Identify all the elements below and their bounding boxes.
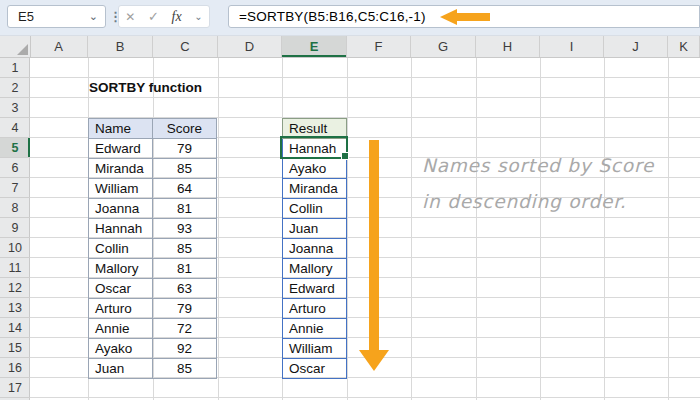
- score-cell[interactable]: 85: [153, 159, 217, 179]
- result-cell[interactable]: Joanna: [283, 239, 347, 259]
- formula-annotation-arrow-shaft: [456, 13, 490, 21]
- name-cell[interactable]: Oscar: [89, 279, 153, 299]
- row-header-1[interactable]: 1: [0, 58, 30, 78]
- cell-b2-title[interactable]: SORTBY function: [89, 80, 202, 95]
- row-header-15[interactable]: 15: [0, 338, 30, 358]
- row-header-5[interactable]: 5: [0, 138, 30, 158]
- select-all-triangle-icon: [17, 44, 28, 55]
- result-cell[interactable]: Miranda: [283, 179, 347, 199]
- result-cell[interactable]: Ayako: [283, 159, 347, 179]
- cancel-icon[interactable]: ✕: [125, 10, 135, 24]
- name-cell[interactable]: Miranda: [89, 159, 153, 179]
- name-table-header-score[interactable]: Score: [153, 119, 217, 139]
- gridline-vertical: [411, 57, 412, 400]
- name-cell[interactable]: Joanna: [89, 199, 153, 219]
- result-cell[interactable]: Collin: [283, 199, 347, 219]
- result-cell[interactable]: Juan: [283, 219, 347, 239]
- gridline-horizontal: [30, 97, 700, 98]
- result-cell[interactable]: Arturo: [283, 299, 347, 319]
- column-header-H[interactable]: H: [476, 36, 540, 57]
- name-box-value: E5: [8, 9, 34, 24]
- score-cell[interactable]: 81: [153, 199, 217, 219]
- score-cell[interactable]: 93: [153, 219, 217, 239]
- score-cell[interactable]: 79: [153, 299, 217, 319]
- name-cell[interactable]: Juan: [89, 359, 153, 379]
- row-header-2[interactable]: 2: [0, 78, 30, 98]
- score-cell[interactable]: 79: [153, 139, 217, 159]
- score-cell[interactable]: 85: [153, 239, 217, 259]
- annotation-line-2: in descending order.: [422, 184, 654, 220]
- name-cell[interactable]: Collin: [89, 239, 153, 259]
- column-header-B[interactable]: B: [88, 36, 153, 57]
- score-cell[interactable]: 63: [153, 279, 217, 299]
- column-header-I[interactable]: I: [540, 36, 604, 57]
- row-header-8[interactable]: 8: [0, 198, 30, 218]
- score-cell[interactable]: 64: [153, 179, 217, 199]
- name-cell[interactable]: Hannah: [89, 219, 153, 239]
- score-cell[interactable]: 72: [153, 319, 217, 339]
- name-cell[interactable]: Edward: [89, 139, 153, 159]
- excel-window: E5 ⌄ ⋮ ✕ ✓ fx ⌄ =SORTBY(B5:B16,C5:C16,-1…: [0, 0, 700, 400]
- row-header-3[interactable]: 3: [0, 98, 30, 118]
- name-cell[interactable]: Ayako: [89, 339, 153, 359]
- row-header-16[interactable]: 16: [0, 358, 30, 378]
- result-cell[interactable]: Edward: [283, 279, 347, 299]
- row-header-12[interactable]: 12: [0, 278, 30, 298]
- selected-cell-border: [280, 136, 348, 159]
- descending-arrow-icon: [359, 350, 389, 371]
- result-cell[interactable]: William: [283, 339, 347, 359]
- result-cell[interactable]: Oscar: [283, 359, 347, 379]
- column-header-D[interactable]: D: [218, 36, 282, 57]
- column-header-F[interactable]: F: [347, 36, 411, 57]
- row-header-10[interactable]: 10: [0, 238, 30, 258]
- name-cell[interactable]: Mallory: [89, 259, 153, 279]
- name-box[interactable]: E5 ⌄: [7, 5, 106, 28]
- select-all-button[interactable]: [0, 36, 31, 58]
- gridline-vertical: [218, 57, 219, 400]
- formula-annotation-arrow-icon: [440, 9, 457, 25]
- expand-formula-bar-icon[interactable]: ⌄: [194, 11, 202, 22]
- row-header-7[interactable]: 7: [0, 178, 30, 198]
- column-header-C[interactable]: C: [153, 36, 218, 57]
- name-table-header-name[interactable]: Name: [89, 119, 153, 139]
- gridline-vertical: [668, 57, 669, 400]
- insert-function-icon[interactable]: fx: [172, 9, 182, 25]
- annotation-text: Names sorted by Score in descending orde…: [422, 148, 654, 220]
- column-header-A[interactable]: A: [30, 36, 88, 57]
- name-cell[interactable]: William: [89, 179, 153, 199]
- result-cell[interactable]: Annie: [283, 319, 347, 339]
- formula-text: =SORTBY(B5:B16,C5:C16,-1): [229, 9, 426, 24]
- name-score-table: NameScoreEdward79Miranda85William64Joann…: [88, 118, 217, 379]
- formula-buttons: ✕ ✓ fx ⌄: [118, 5, 210, 28]
- gridline-horizontal: [30, 397, 700, 398]
- row-header-17[interactable]: 17: [0, 378, 30, 398]
- result-cell[interactable]: Mallory: [283, 259, 347, 279]
- row-header-14[interactable]: 14: [0, 318, 30, 338]
- row-header-11[interactable]: 11: [0, 258, 30, 278]
- score-cell[interactable]: 92: [153, 339, 217, 359]
- gridline-vertical: [347, 57, 348, 400]
- score-cell[interactable]: 81: [153, 259, 217, 279]
- column-header-G[interactable]: G: [411, 36, 476, 57]
- name-cell[interactable]: Annie: [89, 319, 153, 339]
- gridline-vertical: [604, 57, 605, 400]
- score-cell[interactable]: 85: [153, 359, 217, 379]
- gridline-vertical: [540, 57, 541, 400]
- row-header-9[interactable]: 9: [0, 218, 30, 238]
- fill-handle[interactable]: [341, 152, 349, 160]
- chevron-down-icon[interactable]: ⌄: [89, 6, 98, 27]
- row-header-4[interactable]: 4: [0, 118, 30, 138]
- descending-arrow-shaft: [369, 140, 379, 350]
- formula-bar: E5 ⌄ ⋮ ✕ ✓ fx ⌄ =SORTBY(B5:B16,C5:C16,-1…: [0, 0, 700, 36]
- row-header-13[interactable]: 13: [0, 298, 30, 318]
- gridline-vertical: [476, 57, 477, 400]
- column-header-J[interactable]: J: [604, 36, 668, 57]
- row-header-6[interactable]: 6: [0, 158, 30, 178]
- annotation-line-1: Names sorted by Score: [422, 148, 654, 184]
- column-header-E[interactable]: E: [282, 36, 347, 57]
- column-header-K[interactable]: K: [668, 36, 700, 57]
- gridline-horizontal: [30, 77, 700, 78]
- enter-icon[interactable]: ✓: [148, 9, 159, 24]
- name-cell[interactable]: Arturo: [89, 299, 153, 319]
